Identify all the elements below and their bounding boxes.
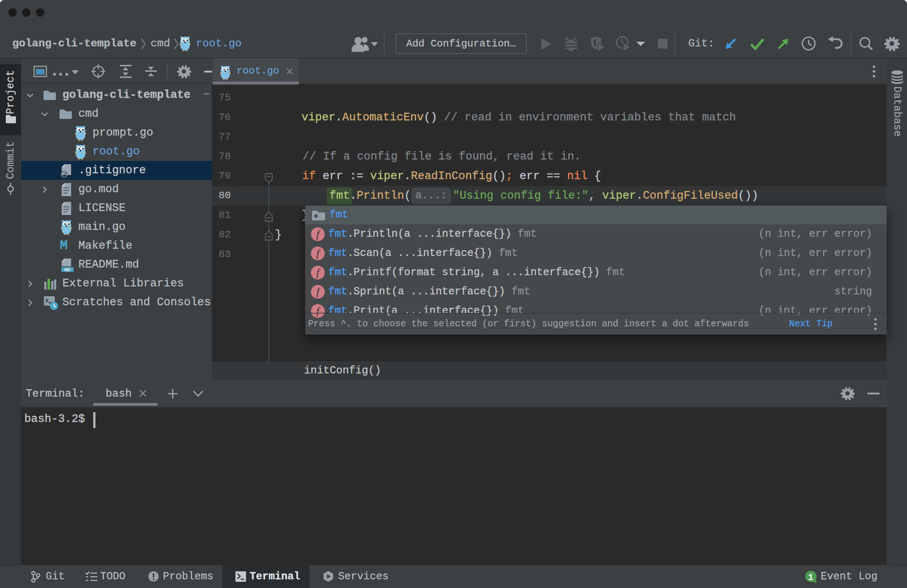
svg-text:MD: MD	[64, 268, 71, 272]
svg-text:1: 1	[808, 572, 814, 583]
